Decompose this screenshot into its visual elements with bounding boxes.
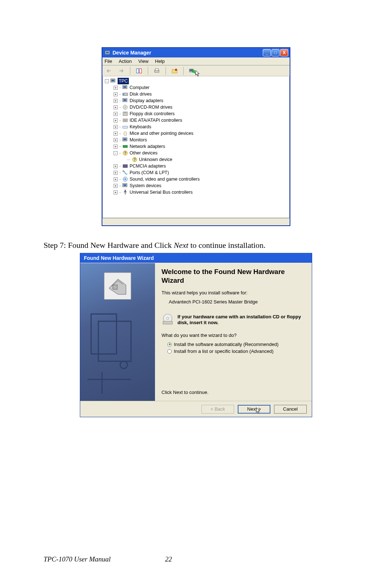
manual-title: TPC-1070 User Manual: [44, 555, 111, 563]
print-icon[interactable]: [152, 67, 161, 75]
tree-node-ide-controllers[interactable]: +··IDE ATA/ATAPI controllers: [104, 117, 289, 124]
status-bar: [102, 218, 290, 225]
tree-node-unknown-device[interactable]: ····?Unknown device: [104, 156, 289, 163]
radio-install-list-label: Install from a list or specific location…: [174, 349, 274, 354]
tree-node-label: Other devices: [130, 150, 158, 156]
tree-root[interactable]: - TPC: [104, 78, 289, 84]
minimize-button[interactable]: _: [263, 49, 271, 56]
tree-node-usb-controllers[interactable]: +··Universal Serial Bus controllers: [104, 189, 289, 196]
expand-icon[interactable]: +: [114, 112, 118, 116]
svg-point-40: [124, 190, 126, 191]
page-number: 22: [165, 555, 172, 563]
expand-icon[interactable]: +: [114, 105, 118, 109]
svg-rect-12: [111, 80, 114, 81]
expand-icon[interactable]: +: [114, 177, 118, 181]
radio-install-list[interactable]: Install from a list or specific location…: [167, 349, 305, 354]
device-manager-titlebar[interactable]: Device Manager _ □ X: [102, 48, 290, 57]
tree-node-display-adapters[interactable]: +··Display adapters: [104, 97, 289, 104]
expand-icon[interactable]: +: [114, 118, 118, 122]
tree-node-ports[interactable]: +··Ports (COM & LPT): [104, 169, 289, 176]
svg-rect-18: [123, 99, 126, 101]
computer-icon: [110, 78, 116, 84]
properties-icon[interactable]: [135, 67, 143, 75]
svg-rect-39: [123, 184, 126, 186]
tree-node-label: Disk drives: [130, 91, 152, 97]
tree-node-system-devices[interactable]: +··System devices: [104, 182, 289, 189]
computer-icon: [122, 85, 128, 90]
expand-icon[interactable]: +: [114, 138, 118, 142]
svg-rect-34: [123, 165, 127, 168]
menu-action[interactable]: Action: [119, 59, 132, 64]
page-footer: TPC-1070 User Manual 22: [44, 555, 172, 563]
device-manager-toolbar: [102, 65, 290, 76]
scan-icon[interactable]: [188, 67, 197, 75]
tree-node-label: System devices: [130, 182, 162, 189]
unknown-device-icon: ?: [132, 157, 138, 162]
expand-icon[interactable]: +: [114, 190, 118, 194]
svg-rect-1: [106, 52, 109, 53]
expand-icon[interactable]: +: [114, 164, 118, 168]
wizard-heading: Welcome to the Found New Hardware Wizard: [162, 267, 305, 285]
tree-node-monitors[interactable]: +··Monitors: [104, 137, 289, 143]
tree-node-label: Unknown device: [139, 156, 172, 163]
expand-icon[interactable]: +: [114, 125, 118, 129]
device-manager-window: Device Manager _ □ X File Action View He…: [102, 47, 290, 226]
tree-node-label: Sound, video and game controllers: [130, 176, 200, 182]
maximize-button[interactable]: □: [271, 49, 279, 56]
tree-node-label: Ports (COM & LPT): [130, 169, 169, 176]
wizard-continue: Click Next to continue.: [162, 390, 305, 395]
monitors-icon: [122, 137, 128, 142]
collapse-icon[interactable]: -: [114, 151, 118, 155]
forward-icon[interactable]: [117, 67, 126, 75]
svg-point-37: [124, 178, 126, 180]
tree-node-network-adapters[interactable]: +··Network adapters: [104, 143, 289, 150]
tree-node-mice[interactable]: +··Mice and other pointing devices: [104, 130, 289, 137]
tree-node-floppy-controllers[interactable]: +··Floppy disk controllers: [104, 110, 289, 117]
svg-rect-28: [123, 138, 126, 140]
cd-icon: [162, 314, 174, 325]
next-button[interactable]: Next >: [238, 405, 270, 414]
folder-icon[interactable]: [170, 67, 179, 75]
wizard-titlebar[interactable]: Found New Hardware Wizard: [80, 253, 312, 263]
expand-icon[interactable]: +: [114, 99, 118, 103]
svg-rect-16: [123, 93, 124, 95]
tree-node-label: Floppy disk controllers: [130, 110, 175, 117]
tree-node-keyboards[interactable]: +··Keyboards: [104, 124, 289, 130]
tree-node-label: IDE ATA/ATAPI controllers: [130, 117, 182, 124]
cancel-button[interactable]: Cancel: [274, 405, 307, 414]
expand-icon[interactable]: +: [114, 86, 118, 90]
pcmcia-adapters-icon: [122, 164, 128, 169]
menu-help[interactable]: Help: [155, 59, 165, 64]
tree-node-computer[interactable]: +··Computer: [104, 84, 289, 91]
svg-rect-46: [163, 321, 172, 324]
svg-point-35: [123, 170, 124, 172]
svg-text:?: ?: [124, 151, 126, 155]
wizard-intro: This wizard helps you install software f…: [162, 290, 305, 295]
collapse-icon[interactable]: -: [105, 79, 109, 83]
cursor-icon: [256, 407, 262, 415]
close-button[interactable]: X: [280, 49, 288, 56]
tree-node-other-devices[interactable]: -··?Other devices: [104, 150, 289, 156]
svg-rect-6: [155, 69, 158, 71]
expand-icon[interactable]: +: [114, 92, 118, 96]
radio-install-auto[interactable]: Install the software automatically (Reco…: [167, 342, 305, 347]
svg-rect-4: [139, 69, 142, 73]
tree-node-disk-drives[interactable]: +··Disk drives: [104, 91, 289, 97]
expand-icon[interactable]: +: [114, 132, 118, 136]
wizard-question: What do you want the wizard to do?: [162, 333, 305, 338]
menu-view[interactable]: View: [138, 59, 148, 64]
expand-icon[interactable]: +: [114, 171, 118, 175]
wizard-window: Found New Hardware Wizard: [80, 253, 312, 417]
expand-icon[interactable]: +: [114, 184, 118, 188]
tree-node-dvd-drives[interactable]: +··DVD/CD-ROM drives: [104, 104, 289, 110]
svg-rect-24: [124, 120, 127, 121]
dvd-drives-icon: [122, 105, 128, 110]
tree-node-pcmcia-adapters[interactable]: +··PCMCIA adapters: [104, 163, 289, 169]
expand-icon[interactable]: +: [114, 145, 118, 149]
svg-rect-14: [123, 86, 126, 88]
tree-node-sound-controllers[interactable]: +··Sound, video and game controllers: [104, 176, 289, 182]
back-icon[interactable]: [105, 67, 113, 75]
back-button: < Back: [201, 405, 234, 414]
svg-point-7: [175, 69, 177, 71]
menu-file[interactable]: File: [105, 59, 112, 64]
